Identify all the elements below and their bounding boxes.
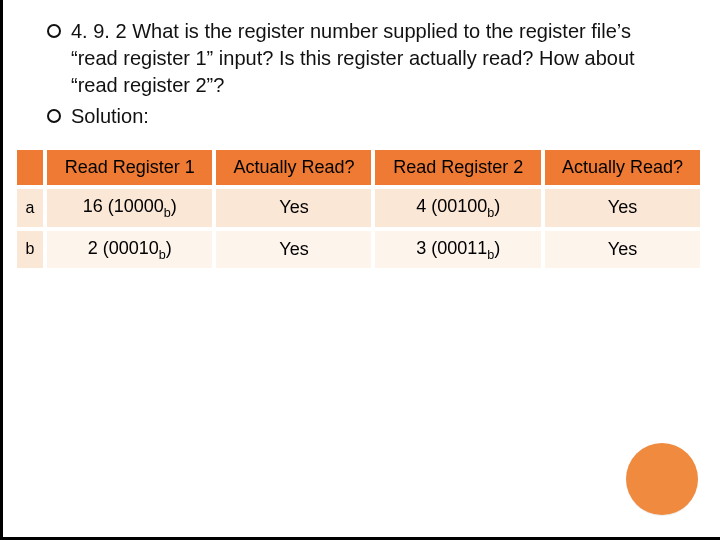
table-row: b 2 (00010b) Yes 3 (00011b) Yes: [17, 231, 700, 269]
cell: Yes: [216, 231, 371, 269]
col-header: Actually Read?: [216, 150, 371, 185]
cell: 2 (00010b): [47, 231, 212, 269]
cell-suffix: ): [494, 238, 500, 258]
cell: Yes: [216, 189, 371, 227]
table-row: a 16 (10000b) Yes 4 (00100b) Yes: [17, 189, 700, 227]
col-header: Actually Read?: [545, 150, 700, 185]
cell-text: 2 (00010: [88, 238, 159, 258]
register-table: Read Register 1 Actually Read? Read Regi…: [13, 146, 704, 272]
decorative-circle-icon: [626, 443, 698, 515]
col-header: Read Register 2: [375, 150, 540, 185]
cell-suffix: ): [494, 196, 500, 216]
col-header: Read Register 1: [47, 150, 212, 185]
cell-suffix: ): [171, 196, 177, 216]
row-label: a: [17, 189, 43, 227]
cell-text: Yes: [279, 197, 308, 217]
cell-text: Yes: [608, 239, 637, 259]
header-spacer: [17, 150, 43, 185]
bullet-text: Solution:: [71, 105, 149, 127]
cell-sub: b: [159, 247, 166, 261]
cell: Yes: [545, 231, 700, 269]
cell: 4 (00100b): [375, 189, 540, 227]
cell: 16 (10000b): [47, 189, 212, 227]
cell-text: Yes: [279, 239, 308, 259]
bullet-list: 4. 9. 2 What is the register number supp…: [45, 18, 682, 130]
cell-suffix: ): [166, 238, 172, 258]
table-body: a 16 (10000b) Yes 4 (00100b) Yes b: [17, 189, 700, 268]
table-wrap: Read Register 1 Actually Read? Read Regi…: [3, 146, 720, 272]
cell: Yes: [545, 189, 700, 227]
bullet-item: 4. 9. 2 What is the register number supp…: [45, 18, 682, 99]
table-header-row: Read Register 1 Actually Read? Read Regi…: [17, 150, 700, 185]
cell-text: 4 (00100: [416, 196, 487, 216]
bullet-text: 4. 9. 2 What is the register number supp…: [71, 20, 635, 96]
bullet-item: Solution:: [45, 103, 682, 130]
cell-text: 3 (00011: [416, 238, 487, 258]
cell: 3 (00011b): [375, 231, 540, 269]
row-label: b: [17, 231, 43, 269]
cell-text: Yes: [608, 197, 637, 217]
cell-text: 16 (10000: [83, 196, 164, 216]
slide: 4. 9. 2 What is the register number supp…: [0, 0, 720, 540]
cell-sub: b: [164, 206, 171, 220]
content-area: 4. 9. 2 What is the register number supp…: [3, 0, 720, 130]
table-header: Read Register 1 Actually Read? Read Regi…: [17, 150, 700, 185]
